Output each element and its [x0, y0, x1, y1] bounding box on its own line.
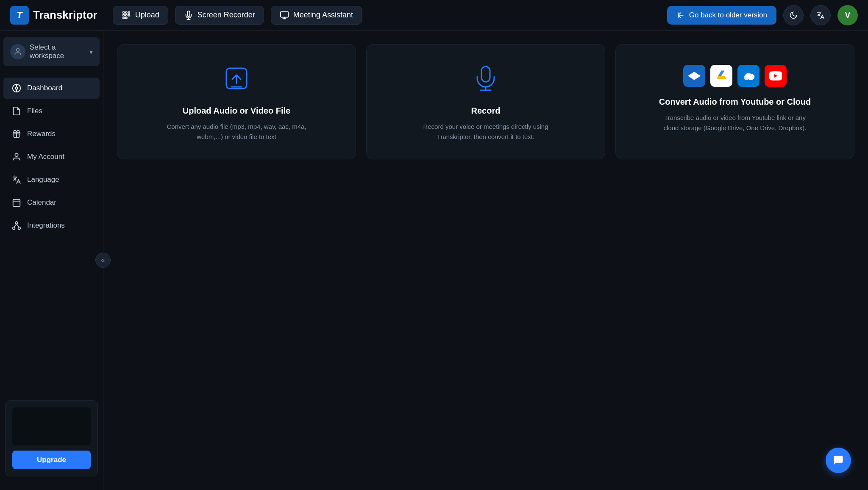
- sidebar-item-dashboard[interactable]: Dashboard: [3, 78, 100, 99]
- upgrade-card: Upgrade: [5, 400, 98, 476]
- record-card-title: Record: [471, 106, 501, 116]
- svg-point-21: [15, 153, 18, 156]
- go-back-icon: [676, 11, 685, 19]
- sidebar-item-label: Rewards: [27, 130, 56, 138]
- language-icon: [12, 175, 21, 184]
- moon-icon: [789, 11, 798, 19]
- sidebar: Select a workspace ▾ Dashboard Files: [0, 31, 103, 490]
- gdrive-icon: [710, 65, 732, 87]
- meeting-assistant-label: Meeting Assistant: [293, 11, 353, 19]
- onedrive-icon: [737, 65, 760, 87]
- svg-rect-7: [125, 17, 127, 19]
- cloud-card-title: Convert Audio from Youtube or Cloud: [659, 97, 811, 107]
- sidebar-item-integrations[interactable]: Integrations: [3, 215, 100, 236]
- svg-rect-32: [481, 67, 490, 82]
- svg-rect-1: [125, 11, 127, 13]
- svg-point-28: [18, 227, 20, 230]
- sidebar-item-label: Language: [27, 175, 59, 184]
- sidebar-collapse-button[interactable]: «: [95, 253, 111, 268]
- theme-toggle-button[interactable]: [783, 5, 804, 25]
- logo-text: Transkriptor: [33, 8, 97, 22]
- account-icon: [12, 152, 21, 161]
- svg-point-37: [746, 73, 752, 78]
- user-avatar[interactable]: V: [837, 5, 858, 25]
- integrations-icon: [12, 221, 21, 230]
- workspace-selector[interactable]: Select a workspace ▾: [3, 37, 100, 66]
- logo: T Transkriptor: [10, 6, 97, 25]
- svg-rect-10: [281, 11, 288, 17]
- sidebar-item-calendar[interactable]: Calendar: [3, 192, 100, 213]
- sidebar-item-language[interactable]: Language: [3, 169, 100, 190]
- sidebar-item-rewards[interactable]: Rewards: [3, 123, 100, 145]
- cards-row: Upload Audio or Video File Convert any a…: [117, 44, 854, 159]
- svg-rect-4: [125, 14, 127, 16]
- sidebar-item-my-account[interactable]: My Account: [3, 146, 100, 167]
- sidebar-divider: [0, 73, 103, 73]
- svg-rect-6: [122, 17, 124, 19]
- files-icon: [12, 106, 21, 116]
- calendar-icon: [12, 198, 21, 207]
- record-card[interactable]: Record Record your voice or meetings dir…: [366, 44, 605, 159]
- svg-line-30: [17, 224, 19, 227]
- logo-icon: T: [10, 6, 29, 25]
- svg-point-27: [13, 227, 15, 230]
- youtube-icon: [765, 65, 787, 87]
- meeting-icon: [280, 11, 289, 20]
- upload-card-desc: Convert any audio file (mp3, mp4, wav, a…: [164, 122, 309, 142]
- record-card-icon: [472, 65, 499, 96]
- upload-card-icon: [223, 65, 250, 96]
- upload-icon: [122, 11, 131, 20]
- topnav: T Transkriptor Upload Screen Recorder Me…: [0, 0, 868, 31]
- workspace-label: Select a workspace: [30, 43, 85, 60]
- upgrade-preview: [12, 407, 91, 445]
- screen-recorder-label: Screen Recorder: [198, 11, 255, 19]
- svg-rect-2: [128, 11, 130, 13]
- workspace-icon: [10, 44, 25, 59]
- cloud-card-desc: Transcribe audio or video from Youtube l…: [663, 113, 807, 133]
- sidebar-item-label: Integrations: [27, 221, 65, 230]
- sidebar-item-label: Dashboard: [27, 84, 62, 92]
- upload-card[interactable]: Upload Audio or Video File Convert any a…: [117, 44, 356, 159]
- cloud-card[interactable]: Convert Audio from Youtube or Cloud Tran…: [615, 44, 854, 159]
- main-content: Upload Audio or Video File Convert any a…: [103, 31, 868, 490]
- meeting-assistant-button[interactable]: Meeting Assistant: [271, 6, 362, 25]
- language-button[interactable]: [810, 5, 831, 25]
- svg-point-26: [15, 222, 18, 224]
- svg-rect-0: [122, 11, 124, 13]
- microphone-icon: [184, 11, 193, 20]
- upload-card-title: Upload Audio or Video File: [183, 106, 290, 116]
- svg-point-17: [15, 87, 18, 89]
- screen-recorder-button[interactable]: Screen Recorder: [175, 6, 264, 25]
- svg-rect-22: [13, 200, 20, 207]
- avatar-letter: V: [845, 10, 850, 20]
- go-back-label: Go back to older version: [689, 11, 767, 19]
- upgrade-button[interactable]: Upgrade: [12, 451, 91, 469]
- chat-icon: [832, 454, 844, 466]
- svg-line-29: [14, 224, 17, 227]
- layout: Select a workspace ▾ Dashboard Files: [0, 31, 868, 490]
- svg-rect-5: [128, 14, 130, 16]
- go-back-button[interactable]: Go back to older version: [667, 6, 776, 25]
- translate-icon: [816, 11, 825, 19]
- svg-rect-3: [122, 14, 124, 16]
- chevron-down-icon: ▾: [89, 48, 93, 56]
- dropbox-icon: [683, 65, 705, 87]
- record-card-desc: Record your voice or meetings directly u…: [414, 122, 558, 142]
- rewards-icon: [12, 129, 21, 139]
- chat-bubble-button[interactable]: [826, 448, 851, 473]
- sidebar-item-files[interactable]: Files: [3, 100, 100, 122]
- svg-point-15: [17, 49, 19, 52]
- sidebar-item-label: Files: [27, 107, 42, 115]
- dashboard-icon: [12, 84, 21, 93]
- upload-button[interactable]: Upload: [113, 6, 168, 25]
- cloud-icons: [683, 65, 787, 87]
- sidebar-item-label: My Account: [27, 153, 64, 161]
- sidebar-bottom: Upgrade: [0, 393, 103, 483]
- upload-label: Upload: [135, 11, 159, 19]
- sidebar-item-label: Calendar: [27, 198, 56, 207]
